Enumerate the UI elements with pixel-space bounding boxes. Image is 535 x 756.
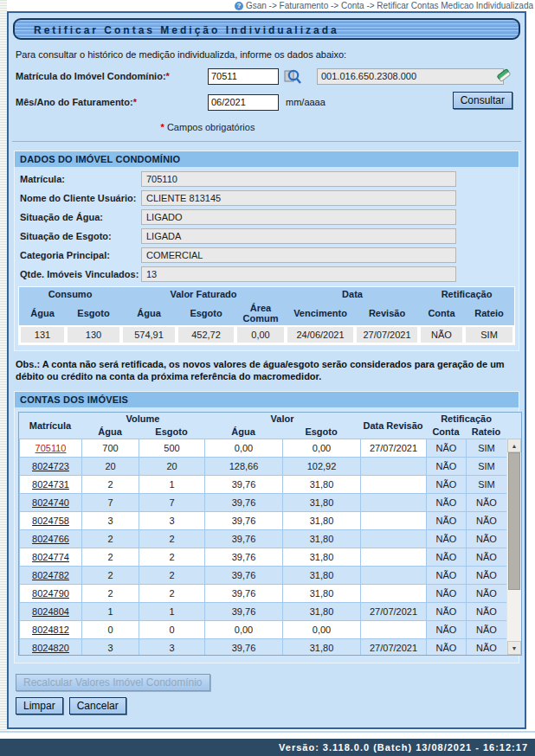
summary-value: SIM <box>466 327 512 343</box>
conta-cell: 39,76 <box>205 639 283 656</box>
conta-cell: 1 <box>139 603 205 621</box>
cancelar-button[interactable]: Cancelar <box>69 697 126 714</box>
group-retificacao: Retificação <box>419 287 514 301</box>
conta-cell <box>361 494 427 512</box>
conta-cell: 2 <box>82 567 139 585</box>
conta-cell: 3 <box>139 639 205 656</box>
group-valor-faturado: Valor Faturado <box>121 287 286 301</box>
col-matricula: Matrícula <box>19 413 81 439</box>
footer-bar: Versão: 3.118.0.0 (Batch) 13/08/2021 - 1… <box>0 739 535 756</box>
scrollbar-track[interactable] <box>507 452 521 641</box>
conta-cell: 39,76 <box>205 603 283 621</box>
retificacao-cell: NÃO <box>467 585 507 603</box>
inscricao-field: 001.016.650.2308.000 <box>317 68 504 85</box>
help-icon[interactable]: ? <box>235 2 243 10</box>
conta-cell: 0,00 <box>205 439 283 458</box>
vertical-scrollbar[interactable]: ▲ ▼ <box>506 439 521 655</box>
matricula-link[interactable]: 8024790 <box>32 588 69 599</box>
conta-cell <box>361 567 427 585</box>
conta-cell: 3 <box>82 512 139 530</box>
summary-sub-header-row: Água Esgoto Água Esgoto Área Comum Venci… <box>19 301 514 325</box>
matricula-link[interactable]: 8024804 <box>32 606 69 617</box>
retificacao-cell: NÃO <box>427 530 467 548</box>
conta-cell: 7 <box>82 494 139 512</box>
col-conta: Conta <box>419 301 464 325</box>
col-area-comum: Área Comum <box>235 301 286 325</box>
col-conta: Conta <box>426 426 466 439</box>
limpar-button[interactable]: Limpar <box>16 697 63 714</box>
retificacao-cell: NÃO <box>467 639 507 656</box>
matricula-row: Matrícula do Imóvel Condomínio:* 001.016… <box>16 67 518 86</box>
retificacao-cell: NÃO <box>467 512 507 530</box>
summary-value: 0,00 <box>237 327 284 343</box>
group-valor: Valor <box>204 413 360 426</box>
retificacao-cell: SIM <box>467 476 507 494</box>
contas-scroll-view: 7051107005000,000,0027/07/2021NÃOSIM8024… <box>19 439 506 655</box>
scrollbar-thumb[interactable] <box>508 452 520 590</box>
summary-value: NÃO <box>421 327 462 343</box>
retificacao-cell: NÃO <box>427 458 467 476</box>
col-rateio: Rateio <box>464 301 514 325</box>
conta-cell: 2 <box>82 585 139 603</box>
conta-cell: 102,92 <box>283 458 361 476</box>
conta-cell: 27/07/2021 <box>361 639 427 656</box>
matricula-link[interactable]: 8024820 <box>32 643 69 653</box>
conta-cell: 1 <box>82 603 139 621</box>
conta-row: 80247407739,7631,80 NÃONÃO <box>20 494 507 512</box>
col-agua: Água <box>81 426 139 439</box>
conta-cell: 0,00 <box>283 621 361 639</box>
retificacao-cell: NÃO <box>467 494 507 512</box>
conta-cell: 2 <box>139 530 205 548</box>
breadcrumb[interactable]: Gsan -> Faturamento -> Conta -> Retifica… <box>246 1 533 10</box>
col-esgoto: Esgoto <box>139 426 204 439</box>
contas-group-header-row: Matrícula Volume Valor Data Revisão Reti… <box>19 413 521 426</box>
scroll-down-button[interactable]: ▼ <box>507 641 521 655</box>
retificacao-cell: NÃO <box>427 639 467 656</box>
field-label: Categoria Principal: <box>20 250 141 260</box>
mes-ano-input[interactable] <box>208 94 279 111</box>
conta-cell <box>361 621 427 639</box>
col-revisao: Revisão <box>355 301 419 325</box>
conta-cell: 31,80 <box>283 639 361 656</box>
conta-cell: 0 <box>139 621 205 639</box>
matricula-link[interactable]: 8024766 <box>32 534 69 544</box>
retificacao-cell: NÃO <box>467 621 507 639</box>
recalcular-button[interactable]: Recalcular Valores Imóvel Condomínio <box>16 674 210 691</box>
conta-cell: 39,76 <box>205 512 283 530</box>
group-consumo: Consumo <box>19 287 121 301</box>
version-text: Versão: 3.118.0.0 (Batch) 13/08/2021 - 1… <box>279 742 535 753</box>
conta-row: 80247822239,7631,80 NÃONÃO <box>20 567 507 585</box>
matricula-link[interactable]: 705110 <box>35 443 67 453</box>
conta-cell: 27/07/2021 <box>361 439 427 458</box>
main-panel: Retificar Contas Medição Individualizada… <box>7 11 526 729</box>
conta-cell: 39,76 <box>205 585 283 603</box>
summary-value: 131 <box>21 327 64 343</box>
conta-row: 7051107005000,000,0027/07/2021NÃOSIM <box>20 439 507 458</box>
conta-cell: 2 <box>139 548 205 567</box>
retificacao-cell: NÃO <box>467 603 507 621</box>
eraser-icon[interactable] <box>495 67 512 84</box>
conta-cell: 31,80 <box>283 530 361 548</box>
matricula-link[interactable]: 8024731 <box>32 479 69 490</box>
matricula-link[interactable]: 8024723 <box>32 461 69 471</box>
scroll-up-button[interactable]: ▲ <box>507 439 521 452</box>
summary-value: 130 <box>68 327 119 343</box>
matricula-link[interactable]: 8024758 <box>32 516 69 526</box>
dados-imovel-section: DADOS DO IMÓVEL CONDOMÍNIO Matrícula:705… <box>14 151 519 351</box>
retificacao-cell: NÃO <box>427 548 467 567</box>
conta-cell: 3 <box>139 512 205 530</box>
field-value: COMERCIAL <box>141 247 456 263</box>
matricula-link[interactable]: 8024740 <box>32 497 69 508</box>
matricula-link[interactable]: 8024774 <box>32 552 69 562</box>
conta-cell <box>361 512 427 530</box>
search-icon[interactable] <box>284 68 301 85</box>
consultar-button[interactable]: Consultar <box>453 92 512 109</box>
conta-cell: 31,80 <box>283 476 361 494</box>
divider <box>12 141 521 142</box>
matricula-link[interactable]: 8024782 <box>32 570 69 580</box>
matricula-link[interactable]: 8024812 <box>32 625 69 635</box>
matricula-input[interactable] <box>208 68 279 85</box>
conta-row: 80247232020128,66102,92 NÃOSIM <box>20 458 507 476</box>
field-value: 13 <box>141 266 456 282</box>
footer-separator <box>0 731 535 739</box>
